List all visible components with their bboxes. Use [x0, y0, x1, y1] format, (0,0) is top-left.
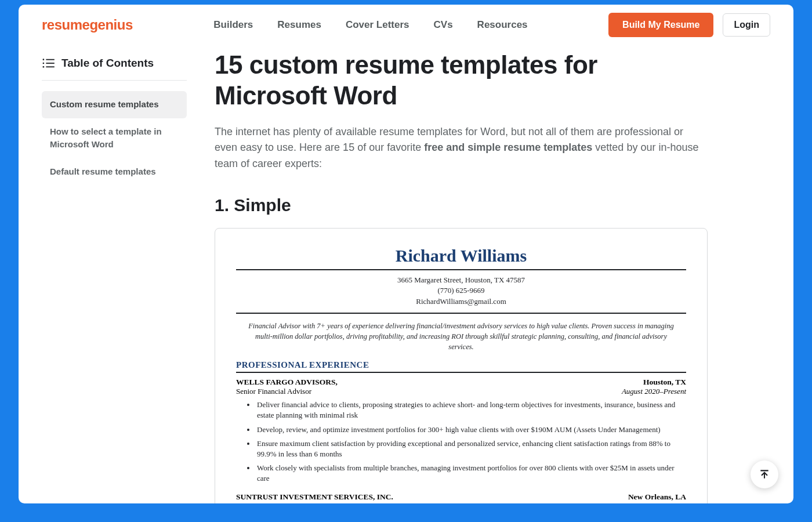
- svg-point-2: [43, 63, 45, 64]
- job2-dates: July 2017–August 2020: [615, 502, 686, 503]
- nav-cvs[interactable]: CVs: [434, 19, 453, 31]
- job1-bullets: Deliver financial advice to clients, pro…: [236, 400, 686, 484]
- list-item: Deliver financial advice to clients, pro…: [256, 400, 686, 420]
- resume-contact: 3665 Margaret Street, Houston, TX 47587 …: [236, 275, 686, 314]
- nav-resumes[interactable]: Resumes: [277, 19, 321, 31]
- site-logo[interactable]: resumegenius: [42, 17, 133, 33]
- login-button[interactable]: Login: [723, 13, 770, 37]
- job2-header: SUNTRUST INVESTMENT SERVICES, INC. New O…: [236, 492, 686, 502]
- job1-company: WELLS FARGO ADVISORS,: [236, 378, 338, 387]
- main-content: 15 custom resume templates for Microsoft…: [215, 45, 708, 503]
- site-header: resumegenius Builders Resumes Cover Lett…: [19, 5, 793, 45]
- nav-cover-letters[interactable]: Cover Letters: [346, 19, 409, 31]
- toc-list: Custom resume templates How to select a …: [42, 91, 187, 185]
- main-nav: Builders Resumes Cover Letters CVs Resou…: [213, 19, 527, 31]
- header-actions: Build My Resume Login: [608, 13, 770, 37]
- toc-title: Table of Contents: [61, 57, 154, 70]
- list-item: Develop, review, and optimize investment…: [256, 425, 686, 435]
- intro-paragraph: The internet has plenty of available res…: [215, 124, 708, 173]
- page-container: resumegenius Builders Resumes Cover Lett…: [19, 5, 793, 503]
- toc-header: Table of Contents: [42, 57, 187, 81]
- resume-email: RichardWilliams@gmail.com: [236, 296, 686, 307]
- arrow-up-icon: [759, 469, 770, 480]
- intro-bold: free and simple resume templates: [424, 142, 592, 153]
- nav-builders[interactable]: Builders: [213, 19, 253, 31]
- resume-template-preview: Richard Williams 3665 Margaret Street, H…: [215, 228, 708, 503]
- toc-item-custom[interactable]: Custom resume templates: [42, 91, 187, 118]
- job2-company: SUNTRUST INVESTMENT SERVICES, INC.: [236, 492, 393, 502]
- job1-sub: Senior Financial Advisor August 2020–Pre…: [236, 387, 686, 396]
- svg-point-0: [43, 59, 45, 60]
- list-item: Work closely with specialists from multi…: [256, 463, 686, 484]
- logo-part1: resume: [42, 17, 89, 32]
- job1-dates: August 2020–Present: [622, 387, 686, 396]
- job1-location: Houston, TX: [643, 378, 686, 387]
- resume-name: Richard Williams: [236, 246, 686, 270]
- list-icon: [42, 58, 55, 68]
- job2-location: New Orleans, LA: [628, 492, 686, 502]
- content-area: Table of Contents Custom resume template…: [19, 45, 793, 503]
- build-resume-button[interactable]: Build My Resume: [608, 13, 713, 37]
- toc-item-howto[interactable]: How to select a template in Microsoft Wo…: [42, 118, 187, 158]
- job2-title: Financial Advisor: [236, 502, 290, 503]
- sidebar: Table of Contents Custom resume template…: [42, 45, 187, 503]
- list-item: Ensure maximum client satisfaction by pr…: [256, 438, 686, 459]
- svg-rect-1: [46, 59, 54, 60]
- logo-part2: genius: [89, 17, 132, 32]
- resume-section-title: PROFESSIONAL EXPERIENCE: [236, 360, 686, 373]
- template-heading: 1. Simple: [215, 195, 708, 215]
- job1-title: Senior Financial Advisor: [236, 387, 311, 396]
- job2-sub: Financial Advisor July 2017–August 2020: [236, 502, 686, 503]
- page-title: 15 custom resume templates for Microsoft…: [215, 50, 708, 111]
- scroll-to-top-button[interactable]: [751, 461, 778, 488]
- toc-item-default[interactable]: Default resume templates: [42, 158, 187, 186]
- resume-summary: Financial Advisor with 7+ years of exper…: [236, 321, 686, 360]
- job1-header: WELLS FARGO ADVISORS, Houston, TX: [236, 378, 686, 387]
- nav-resources[interactable]: Resources: [477, 19, 528, 31]
- svg-point-4: [43, 66, 45, 68]
- svg-rect-3: [46, 63, 54, 64]
- svg-rect-5: [46, 66, 54, 67]
- resume-phone: (770) 625-9669: [236, 285, 686, 296]
- resume-address: 3665 Margaret Street, Houston, TX 47587: [236, 275, 686, 285]
